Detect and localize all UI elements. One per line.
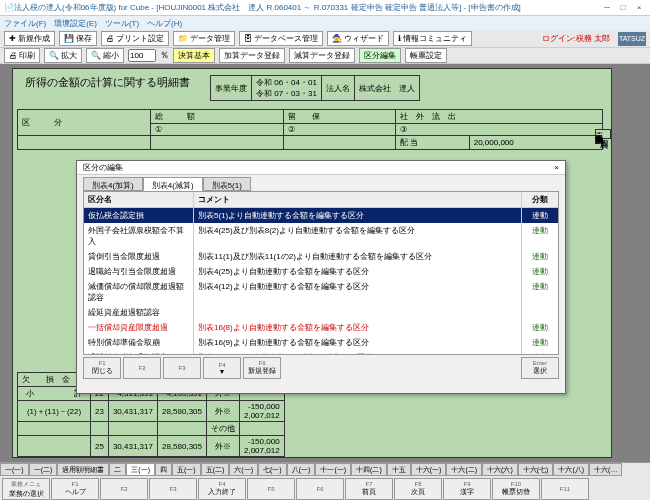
corp-name: 株式会社 達人 bbox=[354, 76, 419, 101]
list-item[interactable]: 貸倒引当金限度超過別表11(1)及び別表11(1の2)より自動連動する金額を編集… bbox=[84, 249, 558, 264]
fn-button-10[interactable]: F10帳票切替 bbox=[492, 478, 540, 500]
list-item[interactable]: 繰延資産超過額認容 bbox=[84, 305, 558, 320]
sheet-tab[interactable]: 十六(一) bbox=[411, 463, 447, 476]
fn-button-6[interactable]: F6 bbox=[296, 478, 344, 500]
print-icon: 🖨 bbox=[106, 34, 114, 43]
community-button[interactable]: ℹ情報コミュニティ bbox=[393, 31, 472, 46]
sheet-tab[interactable]: 七(一) bbox=[258, 463, 287, 476]
sheet-tab[interactable]: 三(一) bbox=[126, 463, 155, 476]
sheet-tabs[interactable]: 一(一)一(二)適用額明細書二三(一)四五(一)五(二)六(一)七(一)八(一)… bbox=[0, 462, 650, 476]
kubun-list[interactable]: 区分名 コメント 分類 仮払税金認定損別表5(1)より自動連動する金額を編集する… bbox=[83, 191, 559, 355]
logo: TATSUZ bbox=[618, 32, 646, 46]
close-button[interactable]: × bbox=[632, 2, 646, 14]
print-settings-button[interactable]: 🖨プリント設定 bbox=[101, 31, 169, 46]
tab-5-1[interactable]: 別表5(1) bbox=[203, 177, 251, 191]
sheet-tab[interactable]: 十六(二) bbox=[446, 463, 482, 476]
dialog-title: 区分の編集 bbox=[83, 162, 123, 173]
new-icon: ✚ bbox=[9, 34, 16, 43]
login-label: ログイン:税務 太郎 bbox=[542, 33, 610, 44]
fn-button-7[interactable]: F7前頁 bbox=[345, 478, 393, 500]
minimize-button[interactable]: ─ bbox=[600, 2, 614, 14]
print-button[interactable]: 🖨印刷 bbox=[4, 48, 40, 63]
sheet-tab[interactable]: 一(二) bbox=[29, 463, 58, 476]
wizard-icon: 🧙 bbox=[332, 34, 342, 43]
data-mgr-button[interactable]: 📁データ管理 bbox=[173, 31, 235, 46]
list-item[interactable]: 退職給与引当金限度超過別表4(25)より自動連動する金額を編集する区分連動 bbox=[84, 264, 558, 279]
list-item[interactable]: 外国子会社源泉税額金不算入別表4(25)及び別表8(2)より自動連動する金額を編… bbox=[84, 223, 558, 249]
fn-button-2[interactable]: F2 bbox=[100, 478, 148, 500]
dialog-close-button[interactable]: F1閉じる bbox=[83, 357, 121, 379]
sheet-tab[interactable]: 十五 bbox=[387, 463, 411, 476]
wizard-button[interactable]: 🧙ウィザード bbox=[327, 31, 389, 46]
fn-button-0[interactable]: 業務メニュ業務の選択 bbox=[2, 478, 50, 500]
col-comment-header[interactable]: コメント bbox=[194, 192, 522, 207]
zoom-in-button[interactable]: 🔍縮小 bbox=[86, 48, 124, 63]
window-title: 法人税の達人(令和06年度版) for Cube - [HOUJIN0001 株… bbox=[14, 2, 521, 13]
col-type-header[interactable]: 分類 bbox=[522, 192, 558, 207]
subreg-button[interactable]: 減算データ登録 bbox=[289, 48, 355, 63]
zoom-out-button[interactable]: 🔍拡大 bbox=[44, 48, 82, 63]
list-item[interactable]: 仮払税金認定損別表5(1)より自動連動する金額を編集する区分連動 bbox=[84, 208, 558, 223]
tab-sub[interactable]: 別表4(減算) bbox=[143, 177, 203, 191]
sheet-tab[interactable]: 五(二) bbox=[201, 463, 230, 476]
menu-file[interactable]: ファイル(F) bbox=[4, 18, 46, 29]
dialog-new-button[interactable]: F6新規登録 bbox=[243, 357, 281, 379]
maximize-button[interactable]: □ bbox=[616, 2, 630, 14]
sheet-tab[interactable]: 八(一) bbox=[287, 463, 316, 476]
dialog-select-button[interactable]: Enter選択 bbox=[521, 357, 559, 379]
col-name-header[interactable]: 区分名 bbox=[84, 192, 194, 207]
corp-label: 法人名 bbox=[321, 76, 354, 101]
workbase-button[interactable]: 決算基本 bbox=[173, 48, 215, 63]
dialog-f3-button[interactable]: F3 bbox=[163, 357, 201, 379]
save-icon: 💾 bbox=[64, 34, 74, 43]
app-icon: 📄 bbox=[4, 3, 14, 12]
period-label: 事業年度 bbox=[211, 76, 252, 101]
fn-button-9[interactable]: F9漢字 bbox=[443, 478, 491, 500]
folder-icon: 📁 bbox=[178, 34, 188, 43]
dialog-close-icon[interactable]: × bbox=[554, 163, 559, 172]
sheet-tab[interactable]: 六(一) bbox=[229, 463, 258, 476]
dialog-f4-button[interactable]: F4▼ bbox=[203, 357, 241, 379]
dialog-f2-button[interactable]: F2 bbox=[123, 357, 161, 379]
addreg-button[interactable]: 加算データ登録 bbox=[219, 48, 285, 63]
sheet-tab[interactable]: 十六(八) bbox=[553, 463, 589, 476]
fn-button-11[interactable]: F11 bbox=[541, 478, 589, 500]
list-item[interactable]: 一括償却資産限度超過別表16(8)より自動連動する金額を編集する区分連動 bbox=[84, 320, 558, 335]
sheet-tab[interactable]: 十一(一) bbox=[315, 463, 351, 476]
menu-tools[interactable]: ツール(T) bbox=[105, 18, 139, 29]
sheet-tab[interactable]: 十四(二) bbox=[351, 463, 387, 476]
fn-button-5[interactable]: F5 bbox=[247, 478, 295, 500]
menu-help[interactable]: ヘルプ(H) bbox=[147, 18, 182, 29]
new-button[interactable]: ✚新規作成 bbox=[4, 31, 55, 46]
list-item[interactable]: 特別償却準備金取崩別表16(9)より自動連動する金額を編集する区分連動 bbox=[84, 335, 558, 350]
page-title: 所得の金額の計算に関する明細書 bbox=[17, 73, 198, 103]
kubun-button[interactable]: 区分編集 bbox=[359, 48, 401, 63]
fn-button-8[interactable]: F8次頁 bbox=[394, 478, 442, 500]
sheet-tab[interactable]: 五(一) bbox=[172, 463, 201, 476]
fn-button-4[interactable]: F4入力終了 bbox=[198, 478, 246, 500]
sheet-tab[interactable]: 二 bbox=[109, 463, 126, 476]
menu-env[interactable]: 環境設定(E) bbox=[54, 18, 97, 29]
sheet-tab[interactable]: 一(一) bbox=[0, 463, 29, 476]
zoom-input[interactable] bbox=[128, 49, 156, 62]
form-button[interactable]: 帳票設定 bbox=[405, 48, 447, 63]
sheet-tab[interactable]: 十六(六) bbox=[482, 463, 518, 476]
info-icon: ℹ bbox=[398, 34, 401, 43]
db-mgr-button[interactable]: 🗄データベース管理 bbox=[239, 31, 323, 46]
kubun-edit-dialog: 区分の編集 × 別表4(加算) 別表4(減算) 別表5(1) 区分名 コメント … bbox=[76, 160, 566, 394]
save-button[interactable]: 💾保存 bbox=[59, 31, 97, 46]
sheet-tab[interactable]: 適用額明細書 bbox=[57, 463, 109, 476]
db-icon: 🗄 bbox=[244, 34, 252, 43]
sheet-tab[interactable]: 十六(… bbox=[589, 463, 622, 476]
fn-button-3[interactable]: F3 bbox=[149, 478, 197, 500]
sheet-tab[interactable]: 四 bbox=[155, 463, 172, 476]
fn-button-1[interactable]: F1ヘルプ bbox=[51, 478, 99, 500]
sheet-tab[interactable]: 十六(七) bbox=[518, 463, 554, 476]
list-item[interactable]: 減価償却の償却限度超過額認容別表4(12)より自動連動する金額を編集する区分連動 bbox=[84, 279, 558, 305]
tab-add[interactable]: 別表4(加算) bbox=[83, 177, 143, 191]
side-tab[interactable]: 別表四 bbox=[595, 129, 611, 139]
